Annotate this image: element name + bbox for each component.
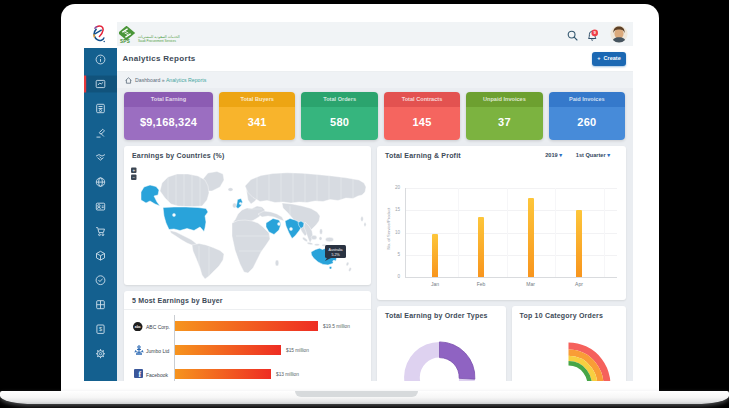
svg-text:+: + xyxy=(132,168,135,173)
svg-text:5.2%: 5.2% xyxy=(331,253,340,257)
svg-text:Australia: Australia xyxy=(329,248,343,252)
svg-text:−: − xyxy=(132,175,135,180)
svg-text:abc: abc xyxy=(135,325,141,329)
svg-text:SPS: SPS xyxy=(120,39,130,44)
svg-text:$: $ xyxy=(99,326,102,332)
svg-text:Saudi Procurement Services: Saudi Procurement Services xyxy=(138,39,177,43)
